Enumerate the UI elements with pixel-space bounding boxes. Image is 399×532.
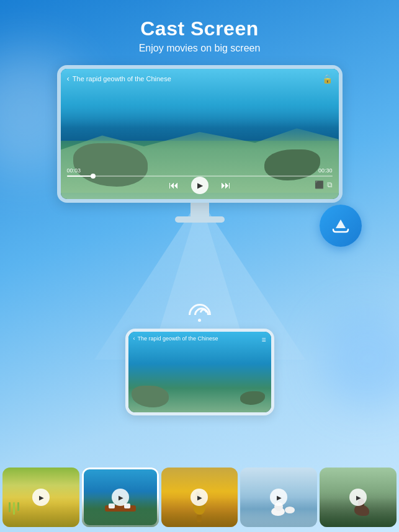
tv-stand: [57, 203, 343, 223]
play-icon-4: ▶: [277, 494, 282, 501]
header: Cast Screen Enjoy movies on big screen: [0, 0, 399, 54]
time-end: 00:30: [318, 167, 333, 174]
tv-base: [175, 216, 225, 223]
phone-section: ‹ The rapid geowth of the Chinese ≡: [125, 329, 274, 415]
tv-back-bar[interactable]: ‹ The rapid geowth of the Chinese: [67, 74, 171, 83]
cast-controls: ⬛ ⧉: [315, 180, 333, 189]
rewind-button[interactable]: ⏮: [169, 180, 179, 191]
phone-menu-icon[interactable]: ≡: [261, 335, 266, 344]
app-subtitle: Enjoy movies on big screen: [0, 43, 399, 54]
play-icon-5: ▶: [356, 494, 361, 501]
tv-video-title: The rapid geowth of the Chinese: [73, 75, 171, 82]
airplay-icon: [330, 215, 352, 237]
time-start: 00:03: [67, 167, 81, 174]
lock-icon[interactable]: 🔒: [322, 74, 333, 84]
tv-frame: ‹ The rapid geowth of the Chinese 🔒 00:0…: [57, 65, 343, 203]
forward-button[interactable]: ⏭: [221, 180, 231, 191]
tv-controls: ⏮ ▶ ⏭ ⬛ ⧉: [61, 177, 339, 194]
thumbnail-1[interactable]: ▶: [2, 468, 79, 527]
play-icon-1: ▶: [39, 494, 44, 501]
phone-back-arrow[interactable]: ‹: [133, 335, 135, 342]
thumbnail-4[interactable]: ▶: [240, 468, 317, 527]
pip-icon[interactable]: ⧉: [327, 180, 333, 189]
screen-cast-icon[interactable]: ⬛: [315, 180, 324, 189]
play-icon: ▶: [197, 181, 203, 190]
tv-progress-bar[interactable]: 00:03 00:30: [67, 167, 333, 177]
tv-section: ‹ The rapid geowth of the Chinese 🔒 00:0…: [57, 65, 343, 223]
tv-screen: ‹ The rapid geowth of the Chinese 🔒 00:0…: [61, 69, 339, 199]
thumbnail-5[interactable]: ▶: [320, 468, 397, 527]
thumb-play-button-2[interactable]: ▶: [112, 489, 129, 506]
thumb-play-button-3[interactable]: ▶: [191, 489, 208, 506]
play-icon-2: ▶: [119, 494, 123, 501]
play-button[interactable]: ▶: [191, 177, 208, 194]
phone-video-content: [128, 332, 271, 412]
app-title: Cast Screen: [0, 17, 399, 40]
back-arrow-icon[interactable]: ‹: [67, 74, 69, 83]
thumbnail-2[interactable]: ▶: [82, 468, 159, 527]
thumbnail-strip: ▶ ▶ ▶: [0, 463, 399, 532]
thumb-play-button-4[interactable]: ▶: [270, 489, 287, 506]
airplay-button[interactable]: [320, 205, 362, 247]
play-icon-3: ▶: [197, 494, 202, 501]
phone-video-title: The rapid geowth of the Chinese: [138, 335, 218, 342]
thumbnail-3[interactable]: ▶: [161, 468, 238, 527]
thumb-play-button-1[interactable]: ▶: [32, 489, 50, 506]
thumb-play-button-5[interactable]: ▶: [349, 489, 367, 506]
bg-decoration-2: [318, 309, 399, 408]
phone-back-bar[interactable]: ‹ The rapid geowth of the Chinese: [133, 335, 218, 342]
tv-time-row: 00:03 00:30: [67, 167, 333, 174]
wifi-signal: [189, 304, 211, 322]
phone-screen: ‹ The rapid geowth of the Chinese ≡: [128, 332, 271, 412]
phone-frame: ‹ The rapid geowth of the Chinese ≡: [125, 329, 274, 415]
tv-neck: [191, 203, 209, 216]
